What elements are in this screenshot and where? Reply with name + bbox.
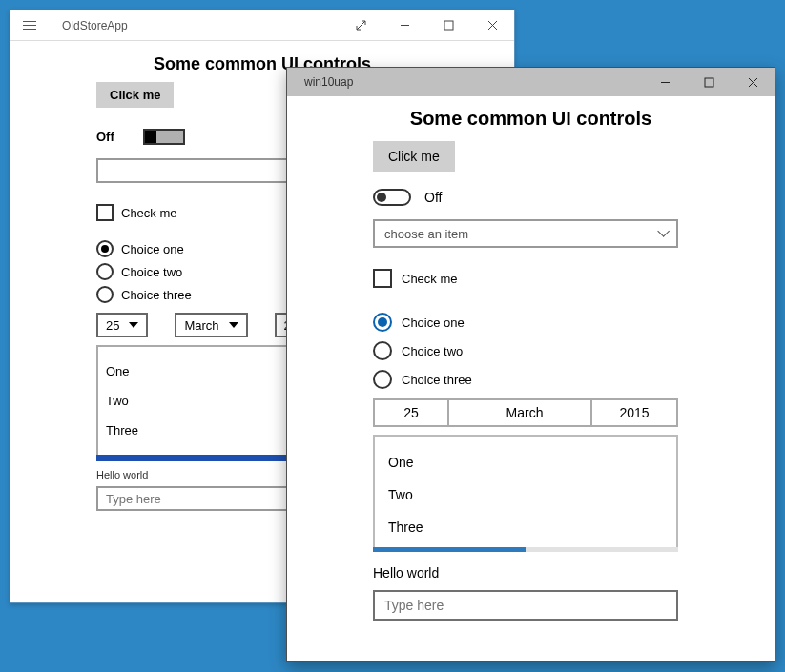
date-year[interactable]: 2015 bbox=[592, 398, 678, 427]
radio-label: Choice two bbox=[121, 265, 182, 279]
progress-bar bbox=[373, 547, 678, 552]
hamburger-icon[interactable] bbox=[10, 21, 49, 30]
toggle-switch[interactable] bbox=[373, 189, 411, 206]
radio-group: Choice one Choice two Choice three bbox=[373, 313, 736, 389]
radio-choice-three[interactable] bbox=[96, 286, 114, 303]
click-me-button[interactable]: Click me bbox=[373, 141, 455, 172]
radio-label: Choice one bbox=[402, 316, 465, 330]
radio-choice-two[interactable] bbox=[373, 341, 392, 360]
radio-choice-one[interactable] bbox=[373, 313, 392, 332]
date-month[interactable]: March bbox=[175, 313, 247, 337]
list-item[interactable]: Two bbox=[388, 479, 663, 511]
fullscreen-button[interactable] bbox=[339, 10, 382, 41]
radio-choice-two[interactable] bbox=[96, 263, 114, 280]
date-month[interactable]: March bbox=[449, 398, 592, 427]
checkbox[interactable] bbox=[373, 269, 392, 288]
svg-rect-1 bbox=[705, 78, 713, 87]
old-window-title: OldStoreApp bbox=[49, 19, 128, 32]
toggle-switch[interactable] bbox=[143, 129, 185, 145]
checkbox[interactable] bbox=[96, 204, 114, 221]
radio-label: Choice one bbox=[121, 242, 184, 256]
list-item[interactable]: One bbox=[388, 446, 663, 479]
listbox[interactable]: One Two Three bbox=[373, 435, 678, 547]
old-titlebar: OldStoreApp bbox=[10, 10, 514, 41]
close-button[interactable] bbox=[731, 68, 775, 96]
minimize-button[interactable] bbox=[382, 10, 426, 41]
toggle-label: Off bbox=[96, 130, 114, 144]
maximize-button[interactable] bbox=[426, 10, 470, 41]
date-day[interactable]: 25 bbox=[373, 398, 449, 427]
new-titlebar: win10uap bbox=[287, 68, 775, 96]
maximize-button[interactable] bbox=[687, 68, 731, 96]
static-text: Hello world bbox=[373, 565, 736, 580]
new-window: win10uap Some common UI controls Click m… bbox=[286, 67, 775, 662]
radio-label: Choice three bbox=[121, 288, 192, 302]
checkbox-label: Check me bbox=[121, 206, 177, 220]
chevron-down-icon bbox=[657, 229, 667, 238]
text-input[interactable] bbox=[373, 590, 678, 621]
combobox[interactable]: choose an item bbox=[373, 219, 678, 248]
list-item[interactable]: Three bbox=[388, 511, 663, 543]
date-day[interactable]: 25 bbox=[96, 313, 148, 337]
combobox-text: choose an item bbox=[384, 227, 468, 241]
checkbox-label: Check me bbox=[402, 272, 458, 286]
page-heading: Some common UI controls bbox=[287, 108, 775, 130]
click-me-button[interactable]: Click me bbox=[96, 82, 174, 108]
toggle-label: Off bbox=[424, 190, 442, 205]
radio-choice-three[interactable] bbox=[373, 370, 392, 389]
minimize-button[interactable] bbox=[643, 68, 687, 96]
radio-label: Choice three bbox=[402, 373, 472, 387]
radio-choice-one[interactable] bbox=[96, 240, 114, 257]
date-picker: 25 March 2015 bbox=[373, 398, 678, 427]
radio-label: Choice two bbox=[402, 344, 463, 358]
svg-rect-0 bbox=[444, 21, 453, 30]
close-button[interactable] bbox=[470, 10, 514, 41]
new-window-title: win10uap bbox=[287, 75, 353, 89]
